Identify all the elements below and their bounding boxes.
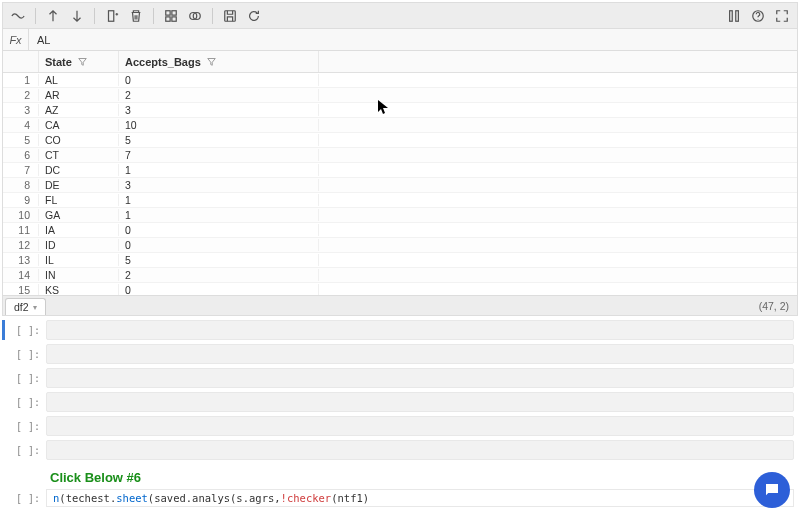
table-row[interactable]: 10GA1 <box>3 208 797 223</box>
table-row[interactable]: 5CO5 <box>3 133 797 148</box>
expand-icon[interactable] <box>771 5 793 27</box>
table-row[interactable]: 13IL5 <box>3 253 797 268</box>
venn-icon[interactable] <box>184 5 206 27</box>
table-row[interactable]: 6CT7 <box>3 148 797 163</box>
table-row[interactable]: 15KS0 <box>3 283 797 295</box>
arrow-up-icon[interactable] <box>42 5 64 27</box>
cell-prompt: [ ]: <box>2 489 46 507</box>
cell-bags[interactable]: 2 <box>119 89 319 101</box>
row-number: 8 <box>3 179 39 191</box>
column-header-bags[interactable]: Accepts_Bags <box>119 51 319 72</box>
cell-state[interactable]: FL <box>39 194 119 206</box>
code-cell[interactable] <box>46 440 794 460</box>
add-column-icon[interactable] <box>101 5 123 27</box>
cell-state[interactable]: CT <box>39 149 119 161</box>
chat-button[interactable] <box>754 472 790 508</box>
row-number: 14 <box>3 269 39 281</box>
cell-state[interactable]: IL <box>39 254 119 266</box>
cell-state[interactable]: KS <box>39 284 119 295</box>
table-row[interactable]: 1AL0 <box>3 73 797 88</box>
cell-prompt: [ ]: <box>2 416 46 436</box>
svg-rect-2 <box>172 10 176 14</box>
dimensions-label: (47, 2) <box>759 300 797 312</box>
cell-bags[interactable]: 7 <box>119 149 319 161</box>
svg-rect-7 <box>225 10 236 21</box>
table-row[interactable]: 12ID0 <box>3 238 797 253</box>
cell-bags[interactable]: 5 <box>119 254 319 266</box>
row-number: 6 <box>3 149 39 161</box>
cell-bags[interactable]: 0 <box>119 284 319 295</box>
cell-bags[interactable]: 1 <box>119 164 319 176</box>
filter-icon[interactable] <box>78 56 87 68</box>
wave-icon[interactable] <box>7 5 29 27</box>
trash-icon[interactable] <box>125 5 147 27</box>
cell-prompt: [ ]: <box>2 440 46 460</box>
svg-rect-0 <box>109 10 114 21</box>
column-label: Accepts_Bags <box>125 56 201 68</box>
columns-icon[interactable] <box>723 5 745 27</box>
row-number: 11 <box>3 224 39 236</box>
cell-prompt: [ ]: <box>2 392 46 412</box>
cell-state[interactable]: AZ <box>39 104 119 116</box>
cell-bags[interactable]: 1 <box>119 209 319 221</box>
cell-bags[interactable]: 5 <box>119 134 319 146</box>
cell-bags[interactable]: 1 <box>119 194 319 206</box>
cell-bags[interactable]: 10 <box>119 119 319 131</box>
code-cell[interactable] <box>46 368 794 388</box>
cell-bags[interactable]: 2 <box>119 269 319 281</box>
save-icon[interactable] <box>219 5 241 27</box>
svg-rect-1 <box>166 10 170 14</box>
cell-state[interactable]: DC <box>39 164 119 176</box>
formula-bar: Fx AL <box>3 29 797 51</box>
chevron-down-icon[interactable]: ▾ <box>33 303 37 312</box>
cell-state[interactable]: CO <box>39 134 119 146</box>
row-number: 2 <box>3 89 39 101</box>
code-cell[interactable]: n(techest.sheet(saved.analys(s.agrs,!che… <box>46 489 794 507</box>
code-cell[interactable] <box>46 416 794 436</box>
cell-state[interactable]: IA <box>39 224 119 236</box>
refresh-icon[interactable] <box>243 5 265 27</box>
table-row[interactable]: 7DC1 <box>3 163 797 178</box>
cell-bags[interactable]: 0 <box>119 224 319 236</box>
cell-bags[interactable]: 0 <box>119 74 319 86</box>
table-row[interactable]: 14IN2 <box>3 268 797 283</box>
table-row[interactable]: 11IA0 <box>3 223 797 238</box>
code-cell[interactable] <box>46 392 794 412</box>
cell-bags[interactable]: 3 <box>119 179 319 191</box>
section-heading: Click Below #6 <box>0 464 800 489</box>
cell-prompt: [ ]: <box>2 368 46 388</box>
table-row[interactable]: 2AR2 <box>3 88 797 103</box>
tab-name: df2 <box>14 301 29 313</box>
sheet-tab[interactable]: df2 ▾ <box>5 298 46 315</box>
cell-bags[interactable]: 0 <box>119 239 319 251</box>
cell-state[interactable]: CA <box>39 119 119 131</box>
cell-state[interactable]: AL <box>39 74 119 86</box>
cell-state[interactable]: AR <box>39 89 119 101</box>
cell-prompt: [ ]: <box>2 320 46 340</box>
cell-state[interactable]: DE <box>39 179 119 191</box>
grid-icon[interactable] <box>160 5 182 27</box>
cell-state[interactable]: GA <box>39 209 119 221</box>
code-cell[interactable] <box>46 320 794 340</box>
fx-value[interactable]: AL <box>29 34 797 46</box>
toolbar <box>3 3 797 29</box>
cell-state[interactable]: IN <box>39 269 119 281</box>
row-number: 10 <box>3 209 39 221</box>
filter-icon[interactable] <box>207 56 216 68</box>
svg-rect-9 <box>736 10 739 21</box>
row-number: 15 <box>3 284 39 295</box>
column-label: State <box>45 56 72 68</box>
cell-bags[interactable]: 3 <box>119 104 319 116</box>
table-row[interactable]: 3AZ3 <box>3 103 797 118</box>
code-cell[interactable] <box>46 344 794 364</box>
table-row[interactable]: 8DE3 <box>3 178 797 193</box>
table-row[interactable]: 4CA10 <box>3 118 797 133</box>
row-number: 1 <box>3 74 39 86</box>
row-number: 3 <box>3 104 39 116</box>
row-number-header <box>3 51 39 72</box>
table-row[interactable]: 9FL1 <box>3 193 797 208</box>
arrow-down-icon[interactable] <box>66 5 88 27</box>
help-icon[interactable] <box>747 5 769 27</box>
column-header-state[interactable]: State <box>39 51 119 72</box>
cell-state[interactable]: ID <box>39 239 119 251</box>
